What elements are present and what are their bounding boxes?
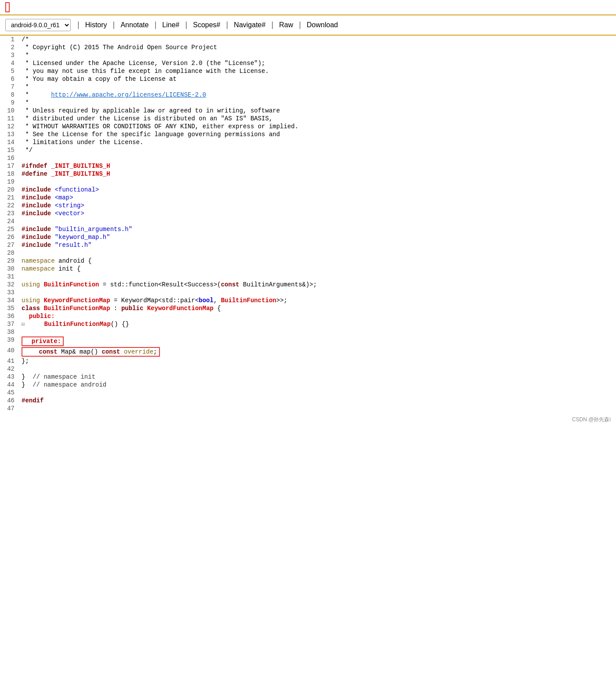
table-row: 29namespace android {	[0, 257, 616, 265]
line-number: 35	[0, 304, 20, 312]
version-select[interactable]: android-9.0.0_r61	[5, 19, 71, 31]
line-code	[20, 217, 616, 225]
table-row: 23#include <vector>	[0, 210, 616, 217]
table-row: 43} // namespace init	[0, 373, 616, 381]
table-row: 10 * Unless required by applicable law o…	[0, 107, 616, 115]
line-code: * you may not use this file except in co…	[20, 67, 616, 75]
nav-annotate[interactable]: Annotate	[117, 21, 152, 29]
nav-raw[interactable]: Raw	[275, 21, 297, 29]
table-row: 13 * See the License for the specific la…	[0, 130, 616, 138]
table-row: 20#include <functional>	[0, 186, 616, 194]
sep-7: |	[297, 21, 302, 29]
table-row: 6 * You may obtain a copy of the License…	[0, 75, 616, 83]
line-code: */	[20, 146, 616, 154]
line-number: 5	[0, 67, 20, 75]
line-number: 11	[0, 115, 20, 123]
line-number: 32	[0, 281, 20, 289]
line-code: * You may obtain a copy of the License a…	[20, 75, 616, 83]
line-number: 47	[0, 405, 20, 412]
line-number: 38	[0, 328, 20, 336]
line-number: 4	[0, 59, 20, 67]
line-number: 9	[0, 99, 20, 107]
line-number: 28	[0, 249, 20, 257]
line-code: * Unless required by applicable law or a…	[20, 107, 616, 115]
line-code: using KeywordFunctionMap = KeywordMap<st…	[20, 296, 616, 304]
line-code: *	[20, 51, 616, 59]
table-row: 15 */	[0, 146, 616, 154]
line-number: 17	[0, 162, 20, 170]
line-number: 29	[0, 257, 20, 265]
line-number: 22	[0, 202, 20, 210]
table-row: 36 public:	[0, 312, 616, 320]
table-row: 32using BuiltinFunction = std::function<…	[0, 281, 616, 289]
sep-3: |	[153, 21, 158, 29]
line-number: 13	[0, 130, 20, 138]
watermark: CSDN @孙先森i	[0, 412, 616, 427]
line-number: 44	[0, 381, 20, 389]
collapse-icon[interactable]: ⊟	[22, 322, 25, 328]
table-row: 19	[0, 178, 616, 186]
line-code: #ifndef _INIT_BUILTINS_H	[20, 162, 616, 170]
table-row: 42	[0, 365, 616, 373]
line-code	[20, 389, 616, 397]
nav-scopes[interactable]: Scopes#	[189, 21, 224, 29]
table-row: 35class BuiltinFunctionMap : public Keyw…	[0, 304, 616, 312]
line-code: * Copyright (C) 2015 The Android Open So…	[20, 43, 616, 51]
line-number: 3	[0, 51, 20, 59]
table-row: 30namespace init {	[0, 265, 616, 273]
table-row: 47	[0, 405, 616, 412]
line-number: 12	[0, 123, 20, 130]
table-row: 37⊟ BuiltinFunctionMap() {}	[0, 320, 616, 328]
table-row: 22#include <string>	[0, 202, 616, 210]
table-row: 21#include <map>	[0, 194, 616, 202]
line-code: *	[20, 99, 616, 107]
table-row: 5 * you may not use this file except in …	[0, 67, 616, 75]
line-code: };	[20, 357, 616, 365]
sep-4: |	[184, 21, 188, 29]
line-code: const Map& map() const override;	[20, 347, 616, 357]
line-number: 46	[0, 397, 20, 405]
line-number: 19	[0, 178, 20, 186]
line-code	[20, 178, 616, 186]
line-number: 36	[0, 312, 20, 320]
line-number: 42	[0, 365, 20, 373]
line-number: 1	[0, 36, 20, 43]
toolbar: android-9.0.0_r61 | History | Annotate |…	[0, 15, 616, 36]
line-code: #include <functional>	[20, 186, 616, 194]
line-code: * http://www.apache.org/licenses/LICENSE…	[20, 91, 616, 99]
table-row: 1/*	[0, 36, 616, 43]
line-number: 16	[0, 154, 20, 162]
line-code	[20, 289, 616, 296]
license-link[interactable]: http://www.apache.org/licenses/LICENSE-2…	[51, 91, 206, 98]
line-number: 33	[0, 289, 20, 296]
line-code: * Licensed under the Apache License, Ver…	[20, 59, 616, 67]
line-number: 45	[0, 389, 20, 397]
line-number: 24	[0, 217, 20, 225]
code-table: 1/*2 * Copyright (C) 2015 The Android Op…	[0, 36, 616, 412]
line-number: 6	[0, 75, 20, 83]
line-code	[20, 365, 616, 373]
line-code: namespace init {	[20, 265, 616, 273]
nav-line[interactable]: Line#	[159, 21, 183, 29]
line-number: 41	[0, 357, 20, 365]
table-row: 14 * limitations under the License.	[0, 138, 616, 146]
path-file[interactable]	[5, 2, 10, 12]
line-code: class BuiltinFunctionMap : public Keywor…	[20, 304, 616, 312]
line-code: * See the License for the specific langu…	[20, 130, 616, 138]
line-code	[20, 154, 616, 162]
table-row: 28	[0, 249, 616, 257]
table-row: 25#include "builtin_arguments.h"	[0, 225, 616, 233]
nav-navigate[interactable]: Navigate#	[230, 21, 269, 29]
line-code	[20, 273, 616, 281]
line-number: 18	[0, 170, 20, 178]
line-code: #include <vector>	[20, 210, 616, 217]
nav-history[interactable]: History	[82, 21, 111, 29]
table-row: 12 * WITHOUT WARRANTIES OR CONDITIONS OF…	[0, 123, 616, 130]
nav-download[interactable]: Download	[303, 21, 341, 29]
table-row: 4 * Licensed under the Apache License, V…	[0, 59, 616, 67]
line-number: 43	[0, 373, 20, 381]
sep-5: |	[225, 21, 230, 29]
table-row: 17#ifndef _INIT_BUILTINS_H	[0, 162, 616, 170]
line-number: 8	[0, 91, 20, 99]
table-row: 7 *	[0, 83, 616, 91]
